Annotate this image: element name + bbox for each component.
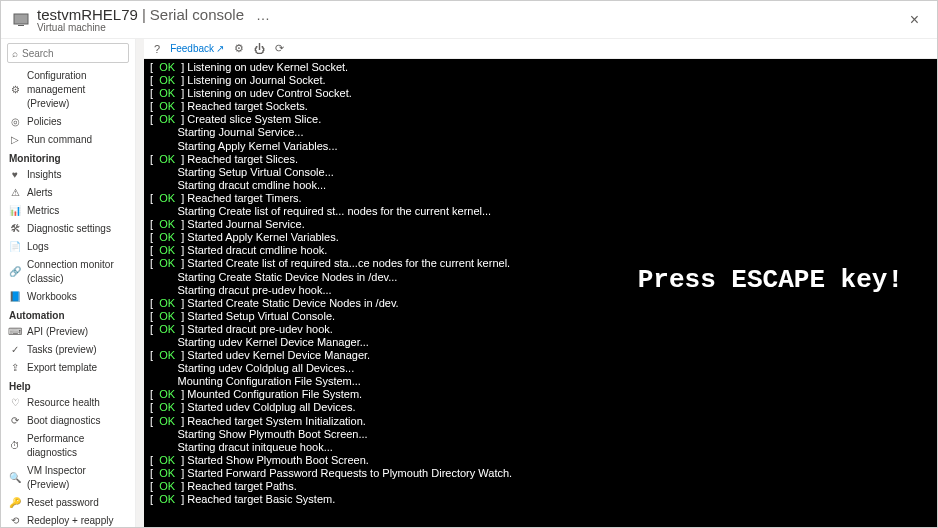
console-line: [ OK ] Created slice System Slice.	[150, 113, 931, 126]
sidebar-item-top-2[interactable]: ▷Run command	[1, 131, 135, 149]
more-menu[interactable]: …	[256, 7, 270, 23]
console-line: [ OK ] Started Forward Password Requests…	[150, 467, 931, 480]
sidebar-item-automation-0[interactable]: ⌨API (Preview)	[1, 323, 135, 341]
sidebar-item-monitoring-4[interactable]: 📄Logs	[1, 238, 135, 256]
console-line: Starting udev Coldplug all Devices...	[150, 362, 931, 375]
nav-icon: 🔍	[9, 471, 21, 485]
console-line: [ OK ] Started udev Kernel Device Manage…	[150, 349, 931, 362]
sidebar-item-help-0[interactable]: ♡Resource health	[1, 394, 135, 412]
nav-icon: ✓	[9, 343, 21, 357]
nav-label: Workbooks	[27, 290, 127, 304]
sidebar-item-automation-2[interactable]: ⇪Export template	[1, 359, 135, 377]
nav-section-monitoring: Monitoring	[1, 149, 135, 166]
sidebar-item-help-4[interactable]: 🔑Reset password	[1, 494, 135, 512]
nav-label: Reset password	[27, 496, 127, 510]
nav-icon: ♡	[9, 396, 21, 410]
console-line: [ OK ] Mounted Configuration File System…	[150, 388, 931, 401]
nav-label: Tasks (preview)	[27, 343, 127, 357]
nav-icon: ⇪	[9, 361, 21, 375]
nav-icon: ⌨	[9, 325, 21, 339]
console-line: [ OK ] Started Setup Virtual Console.	[150, 310, 931, 323]
console-line: [ OK ] Reached target System Initializat…	[150, 415, 931, 428]
sidebar-item-monitoring-5[interactable]: 🔗Connection monitor (classic)	[1, 256, 135, 288]
header: testvmRHEL79 | Serial console … Virtual …	[1, 1, 937, 39]
nav-icon: 🛠	[9, 222, 21, 236]
nav-label: Metrics	[27, 204, 127, 218]
console-line: Starting dracut cmdline hook...	[150, 179, 931, 192]
feedback-link[interactable]: Feedback↗	[170, 43, 224, 54]
overlay-message: Press ESCAPE key!	[634, 263, 907, 297]
console-line: Starting Journal Service...	[150, 126, 931, 139]
nav-label: Insights	[27, 168, 127, 182]
settings-icon[interactable]: ⚙	[234, 42, 244, 55]
scrollbar[interactable]	[136, 39, 144, 527]
nav-icon: 🔗	[9, 265, 21, 279]
nav-icon: ▷	[9, 133, 21, 147]
sidebar-item-automation-1[interactable]: ✓Tasks (preview)	[1, 341, 135, 359]
help-icon[interactable]: ?	[154, 43, 160, 55]
console-line: [ OK ] Reached target Slices.	[150, 153, 931, 166]
nav-icon: 📄	[9, 240, 21, 254]
vm-icon	[13, 12, 29, 28]
console-line: Mounting Configuration File System...	[150, 375, 931, 388]
nav-label: Connection monitor (classic)	[27, 258, 127, 286]
title-block: testvmRHEL79 | Serial console … Virtual …	[37, 6, 904, 33]
console-line: [ OK ] Started Create Static Device Node…	[150, 297, 931, 310]
sidebar-item-monitoring-6[interactable]: 📘Workbooks	[1, 288, 135, 306]
nav-label: Alerts	[27, 186, 127, 200]
sidebar-item-top-1[interactable]: ◎Policies	[1, 113, 135, 131]
sidebar-item-help-2[interactable]: ⏱Performance diagnostics	[1, 430, 135, 462]
nav-label: Run command	[27, 133, 127, 147]
nav-icon: ⟳	[9, 414, 21, 428]
nav-section-automation: Automation	[1, 306, 135, 323]
page-title: Serial console	[150, 6, 244, 23]
nav: ⚙Configuration management (Preview)◎Poli…	[1, 67, 135, 527]
sidebar-item-monitoring-1[interactable]: ⚠Alerts	[1, 184, 135, 202]
search-box[interactable]: ⌕	[7, 43, 129, 63]
vm-name: testvmRHEL79	[37, 6, 138, 23]
resource-type: Virtual machine	[37, 22, 904, 33]
nav-label: Policies	[27, 115, 127, 129]
nav-label: Performance diagnostics	[27, 432, 127, 460]
search-input[interactable]	[22, 48, 124, 59]
sidebar: ⌕ ⚙Configuration management (Preview)◎Po…	[1, 39, 136, 527]
svg-rect-0	[14, 14, 28, 24]
sidebar-item-help-3[interactable]: 🔍VM Inspector (Preview)	[1, 462, 135, 494]
nav-label: Redeploy + reapply	[27, 514, 127, 527]
sidebar-item-top-0[interactable]: ⚙Configuration management (Preview)	[1, 67, 135, 113]
main: ? Feedback↗ ⚙ ⏻ ⟳ [ OK ] Listening on ud…	[144, 39, 937, 527]
nav-icon: ♥	[9, 168, 21, 182]
sidebar-item-monitoring-2[interactable]: 📊Metrics	[1, 202, 135, 220]
refresh-icon[interactable]: ⟳	[275, 42, 284, 55]
nav-label: Resource health	[27, 396, 127, 410]
nav-label: VM Inspector (Preview)	[27, 464, 127, 492]
nav-icon: 📘	[9, 290, 21, 304]
console-line: Starting Create list of required st... n…	[150, 205, 931, 218]
console-line: Starting Show Plymouth Boot Screen...	[150, 428, 931, 441]
sidebar-item-help-5[interactable]: ⟲Redeploy + reapply	[1, 512, 135, 527]
console-line: Starting dracut initqueue hook...	[150, 441, 931, 454]
console-line: [ OK ] Reached target Timers.	[150, 192, 931, 205]
nav-icon: ⟲	[9, 514, 21, 527]
feedback-label: Feedback	[170, 43, 214, 54]
console-line: Starting Apply Kernel Variables...	[150, 140, 931, 153]
console-line: [ OK ] Reached target Paths.	[150, 480, 931, 493]
power-icon[interactable]: ⏻	[254, 43, 265, 55]
toolbar: ? Feedback↗ ⚙ ⏻ ⟳	[144, 39, 937, 59]
title-separator: |	[142, 6, 146, 23]
close-icon[interactable]: ×	[904, 11, 925, 29]
console-line: [ OK ] Started Journal Service.	[150, 218, 931, 231]
sidebar-item-help-1[interactable]: ⟳Boot diagnostics	[1, 412, 135, 430]
nav-icon: ⚙	[9, 83, 21, 97]
nav-label: Diagnostic settings	[27, 222, 127, 236]
nav-icon: ⏱	[9, 439, 21, 453]
sidebar-item-monitoring-3[interactable]: 🛠Diagnostic settings	[1, 220, 135, 238]
console-line: [ OK ] Reached target Sockets.	[150, 100, 931, 113]
sidebar-item-monitoring-0[interactable]: ♥Insights	[1, 166, 135, 184]
console-line: [ OK ] Listening on udev Kernel Socket.	[150, 61, 931, 74]
console-line: [ OK ] Started Apply Kernel Variables.	[150, 231, 931, 244]
nav-icon: ◎	[9, 115, 21, 129]
nav-label: Logs	[27, 240, 127, 254]
nav-icon: ⚠	[9, 186, 21, 200]
console-line: [ OK ] Started Show Plymouth Boot Screen…	[150, 454, 931, 467]
